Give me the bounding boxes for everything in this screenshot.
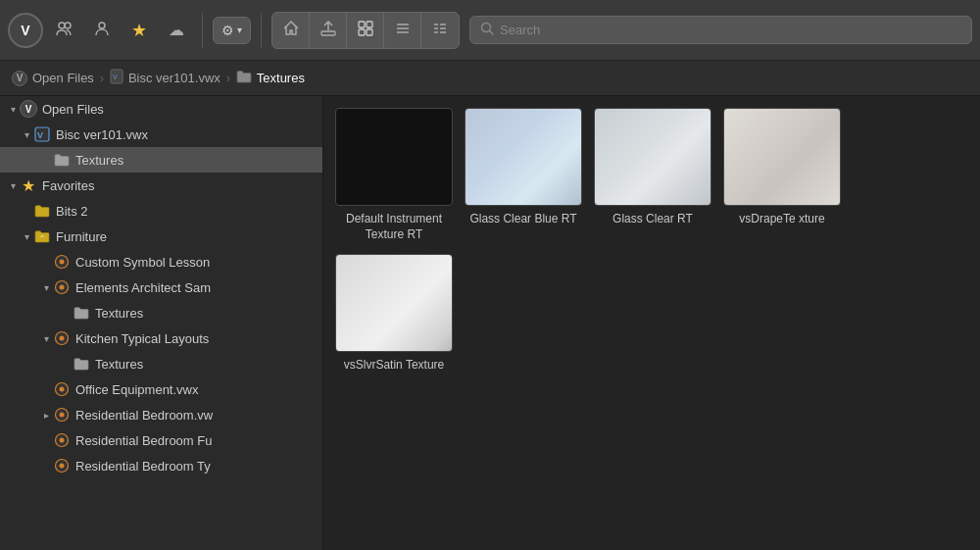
kitchen-icon	[53, 330, 71, 346]
svg-point-36	[60, 464, 65, 469]
textures-elem-icon	[73, 306, 90, 320]
sidebar-item-res-bed1[interactable]: ▸ Residential Bedroom.vw	[0, 402, 322, 427]
sidebar-item-textures-elem[interactable]: ▸ Textures	[0, 300, 322, 325]
texture-item-glass-blue[interactable]: Glass Clear Blue RT	[465, 108, 582, 242]
sidebar-item-open-files[interactable]: ▾ V Open Files	[0, 96, 322, 122]
upload-button[interactable]	[310, 13, 347, 48]
svg-text:V: V	[37, 130, 43, 140]
sidebar-item-res-bed-fu[interactable]: ▸ Residential Bedroom Fu	[0, 427, 322, 453]
sidebar-item-custom-symbol[interactable]: ▸ Custom Symbol Lesson	[0, 249, 322, 275]
gear-icon: ⚙	[221, 23, 234, 38]
sidebar-item-textures-bisc[interactable]: ▸ Textures	[0, 147, 322, 173]
texture-grid: Default Instrument Texture RT Glass Clea…	[335, 108, 968, 374]
texture-item-default[interactable]: Default Instrument Texture RT	[335, 108, 453, 242]
breadcrumb-file-icon: V	[110, 69, 123, 87]
sidebar-item-res-bed-ty[interactable]: ▸ Residential Bedroom Ty	[0, 453, 322, 478]
arrow-furniture: ▾	[20, 231, 33, 242]
sidebar-item-bisc-vwx[interactable]: ▾ V Bisc ver101.vwx	[0, 122, 322, 147]
svg-point-24	[60, 260, 65, 265]
search-box	[469, 16, 972, 44]
arrow-favorites: ▾	[6, 180, 20, 191]
grid-icon	[358, 21, 373, 40]
list-icon	[395, 21, 411, 40]
svg-point-30	[60, 387, 65, 392]
breadcrumb-file[interactable]: V Bisc ver101.vwx	[110, 69, 220, 87]
office-icon	[53, 381, 71, 397]
arrow-elements-arch: ▾	[39, 282, 53, 293]
star-icon-button[interactable]: ★	[123, 15, 155, 46]
sidebar-item-office[interactable]: ▸ Office Equipment.vwx	[0, 376, 322, 402]
toolbar-divider-2	[261, 13, 262, 48]
breadcrumb-sep-2: ›	[226, 72, 230, 85]
svg-rect-6	[359, 29, 365, 35]
svg-point-28	[60, 336, 65, 341]
person-icon-button[interactable]	[86, 15, 118, 46]
breadcrumb-sep-1: ›	[100, 72, 104, 85]
breadcrumb-textures[interactable]: Textures	[236, 70, 305, 86]
breadcrumb-bar: V Open Files › V Bisc ver101.vwx › Textu…	[0, 61, 980, 96]
res-bed-fu-icon	[53, 432, 71, 448]
content-area: Default Instrument Texture RT Glass Clea…	[323, 96, 980, 550]
texture-item-drape[interactable]: vsDrapeTe xture	[723, 108, 841, 242]
texture-label-silver: vsSlvrSatin Texture	[344, 358, 445, 374]
cloud-icon-button[interactable]: ☁	[161, 15, 192, 46]
v-logo-button[interactable]: V	[8, 13, 43, 48]
texture-item-glass-clear[interactable]: Glass Clear RT	[594, 108, 711, 242]
res-bed1-icon	[53, 407, 71, 423]
home-button[interactable]	[272, 13, 310, 48]
sidebar-item-bits2[interactable]: ▸ Bits 2	[0, 198, 322, 224]
texture-label-default: Default Instrument Texture RT	[335, 212, 453, 242]
detail-view-button[interactable]	[421, 13, 459, 48]
svg-text:V: V	[113, 74, 118, 80]
texture-label-glass-clear: Glass Clear RT	[612, 212, 693, 227]
res-bed-ty-icon	[53, 458, 71, 474]
bisc-vwx-label: Bisc ver101.vwx	[56, 127, 317, 142]
svg-rect-4	[359, 22, 365, 27]
svg-rect-5	[367, 22, 372, 27]
sidebar-item-textures-kitchen[interactable]: ▸ Textures	[0, 351, 322, 376]
svg-rect-3	[321, 31, 335, 35]
person-icon	[94, 21, 110, 40]
sidebar-item-favorites[interactable]: ▾ ★ Favorites	[0, 173, 322, 198]
grid-view-button[interactable]	[347, 13, 384, 48]
sidebar-item-kitchen[interactable]: ▾ Kitchen Typical Layouts	[0, 325, 322, 351]
svg-point-26	[60, 285, 65, 290]
breadcrumb-open-files[interactable]: V Open Files	[12, 71, 94, 86]
toolbar-divider-1	[202, 13, 203, 48]
textures-bisc-icon	[53, 153, 71, 167]
svg-point-32	[60, 413, 65, 418]
bits2-icon	[33, 204, 51, 218]
breadcrumb-v-icon: V	[12, 71, 27, 86]
search-icon	[480, 22, 494, 38]
texture-thumb-silver	[335, 254, 453, 352]
res-bed-ty-label: Residential Bedroom Ty	[75, 459, 317, 474]
textures-elem-label: Textures	[95, 306, 317, 321]
nav-button-group	[271, 12, 460, 49]
favorites-icon: ★	[20, 176, 37, 195]
bisc-vwx-icon: V	[33, 126, 51, 142]
svg-point-34	[60, 438, 65, 443]
upload-icon	[319, 20, 337, 41]
sidebar: ▾ V Open Files ▾ V Bisc ver101.vwx ▸	[0, 96, 323, 550]
texture-item-silver[interactable]: vsSlvrSatin Texture	[335, 254, 453, 374]
texture-label-drape: vsDrapeTe xture	[739, 212, 824, 227]
gear-button[interactable]: ⚙ ▾	[213, 17, 251, 44]
kitchen-label: Kitchen Typical Layouts	[75, 331, 317, 346]
detail-icon	[432, 21, 448, 40]
svg-rect-7	[367, 29, 372, 35]
home-icon	[282, 20, 300, 41]
svg-point-1	[65, 23, 71, 28]
texture-thumb-default	[335, 108, 453, 206]
search-input[interactable]	[500, 23, 961, 37]
sidebar-item-furniture[interactable]: ▾ Furniture	[0, 224, 322, 249]
cloud-icon: ☁	[169, 21, 184, 39]
people-icon-button[interactable]	[49, 15, 80, 46]
office-label: Office Equipment.vwx	[75, 382, 317, 397]
svg-point-2	[99, 23, 105, 28]
favorites-label: Favorites	[42, 178, 317, 193]
sidebar-item-elements-arch[interactable]: ▾ Elements Architect Sam	[0, 275, 322, 300]
list-view-button[interactable]	[384, 13, 421, 48]
elements-arch-label: Elements Architect Sam	[75, 280, 317, 295]
furniture-label: Furniture	[56, 229, 317, 244]
res-bed1-label: Residential Bedroom.vw	[75, 408, 317, 423]
